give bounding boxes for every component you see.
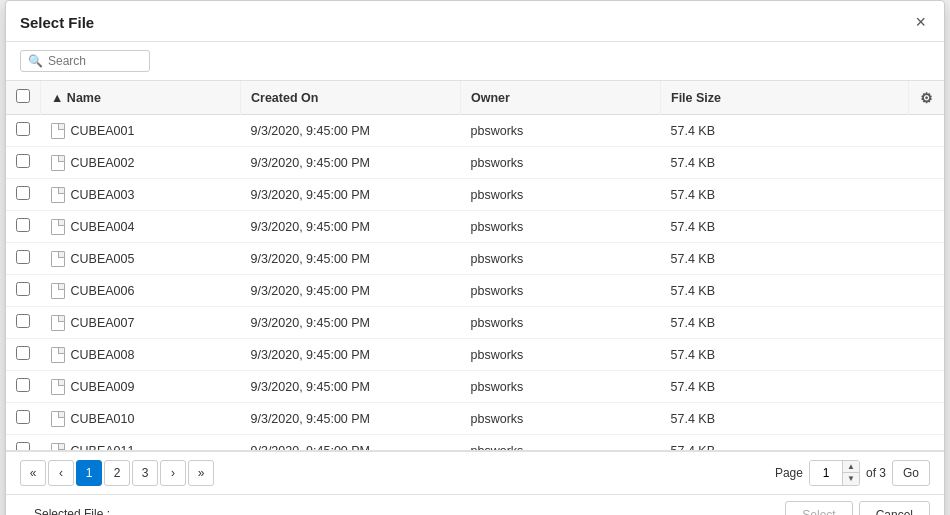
row-empty-cell	[908, 371, 944, 403]
row-checkbox-cell	[6, 115, 41, 147]
file-name: CUBEA011	[71, 444, 135, 452]
row-checkbox[interactable]	[16, 186, 30, 200]
row-owner-cell: pbsworks	[461, 147, 661, 179]
search-bar: 🔍	[6, 42, 944, 81]
row-created-cell: 9/3/2020, 9:45:00 PM	[241, 339, 461, 371]
row-size-cell: 57.4 KB	[661, 307, 909, 339]
page-1-button[interactable]: 1	[76, 460, 102, 486]
row-checkbox[interactable]	[16, 442, 30, 451]
row-empty-cell	[908, 211, 944, 243]
header-created-col[interactable]: Created On	[241, 81, 461, 115]
row-checkbox-cell	[6, 211, 41, 243]
row-name-cell: CUBEA010	[41, 403, 241, 435]
header-name-col[interactable]: ▲ Name	[41, 81, 241, 115]
row-size-cell: 57.4 KB	[661, 371, 909, 403]
file-name: CUBEA009	[71, 380, 135, 394]
table-row: CUBEA005 9/3/2020, 9:45:00 PM pbsworks 5…	[6, 243, 944, 275]
row-checkbox-cell	[6, 371, 41, 403]
row-size-cell: 57.4 KB	[661, 339, 909, 371]
row-owner-cell: pbsworks	[461, 179, 661, 211]
file-icon	[51, 379, 65, 395]
search-icon: 🔍	[28, 54, 43, 68]
select-all-checkbox[interactable]	[16, 89, 30, 103]
row-owner-cell: pbsworks	[461, 275, 661, 307]
row-checkbox[interactable]	[16, 378, 30, 392]
dialog-title: Select File	[20, 14, 94, 31]
row-checkbox-cell	[6, 339, 41, 371]
footer-main: « ‹ 1 2 3 › » Page ▲ ▼ of 3 Go	[20, 460, 930, 486]
row-owner-cell: pbsworks	[461, 211, 661, 243]
row-checkbox-cell	[6, 435, 41, 452]
page-3-button[interactable]: 3	[132, 460, 158, 486]
row-created-cell: 9/3/2020, 9:45:00 PM	[241, 371, 461, 403]
row-checkbox-cell	[6, 275, 41, 307]
row-created-cell: 9/3/2020, 9:45:00 PM	[241, 307, 461, 339]
table-row: CUBEA002 9/3/2020, 9:45:00 PM pbsworks 5…	[6, 147, 944, 179]
page-spinners: ▲ ▼	[842, 461, 859, 485]
table-row: CUBEA010 9/3/2020, 9:45:00 PM pbsworks 5…	[6, 403, 944, 435]
file-name: CUBEA001	[71, 124, 135, 138]
select-button[interactable]: Select	[785, 501, 852, 515]
settings-icon: ⚙	[920, 90, 933, 106]
header-gear-col[interactable]: ⚙	[908, 81, 944, 115]
row-checkbox[interactable]	[16, 122, 30, 136]
row-created-cell: 9/3/2020, 9:45:00 PM	[241, 275, 461, 307]
row-checkbox-cell	[6, 147, 41, 179]
row-empty-cell	[908, 115, 944, 147]
row-checkbox[interactable]	[16, 410, 30, 424]
row-checkbox[interactable]	[16, 314, 30, 328]
file-name: CUBEA004	[71, 220, 135, 234]
pagination: « ‹ 1 2 3 › »	[20, 460, 214, 486]
file-icon	[51, 155, 65, 171]
page-down-button[interactable]: ▼	[843, 473, 859, 485]
last-page-button[interactable]: »	[188, 460, 214, 486]
table-row: CUBEA008 9/3/2020, 9:45:00 PM pbsworks 5…	[6, 339, 944, 371]
page-number-input[interactable]	[810, 461, 842, 485]
file-name: CUBEA002	[71, 156, 135, 170]
row-checkbox[interactable]	[16, 218, 30, 232]
go-button[interactable]: Go	[892, 460, 930, 486]
row-checkbox[interactable]	[16, 154, 30, 168]
action-buttons: Select Cancel	[785, 501, 930, 515]
row-owner-cell: pbsworks	[461, 115, 661, 147]
prev-page-button[interactable]: ‹	[48, 460, 74, 486]
header-size-col[interactable]: File Size	[661, 81, 909, 115]
row-checkbox[interactable]	[16, 250, 30, 264]
row-owner-cell: pbsworks	[461, 243, 661, 275]
header-owner-col[interactable]: Owner	[461, 81, 661, 115]
row-checkbox-cell	[6, 307, 41, 339]
table-row: CUBEA011 9/3/2020, 9:45:00 PM pbsworks 5…	[6, 435, 944, 452]
page-up-button[interactable]: ▲	[843, 461, 859, 473]
file-icon	[51, 443, 65, 452]
page-2-button[interactable]: 2	[104, 460, 130, 486]
row-name-cell: CUBEA001	[41, 115, 241, 147]
row-created-cell: 9/3/2020, 9:45:00 PM	[241, 435, 461, 452]
row-checkbox[interactable]	[16, 282, 30, 296]
row-empty-cell	[908, 243, 944, 275]
file-icon	[51, 251, 65, 267]
row-size-cell: 57.4 KB	[661, 275, 909, 307]
row-size-cell: 57.4 KB	[661, 179, 909, 211]
row-created-cell: 9/3/2020, 9:45:00 PM	[241, 403, 461, 435]
search-input[interactable]	[48, 54, 142, 68]
row-empty-cell	[908, 435, 944, 452]
file-name: CUBEA005	[71, 252, 135, 266]
row-name-cell: CUBEA011	[41, 435, 241, 452]
cancel-button[interactable]: Cancel	[859, 501, 930, 515]
table-row: CUBEA007 9/3/2020, 9:45:00 PM pbsworks 5…	[6, 307, 944, 339]
row-empty-cell	[908, 147, 944, 179]
row-created-cell: 9/3/2020, 9:45:00 PM	[241, 147, 461, 179]
close-button[interactable]: ×	[911, 11, 930, 33]
row-owner-cell: pbsworks	[461, 307, 661, 339]
file-icon	[51, 123, 65, 139]
selected-file-label: Selected File :	[20, 503, 124, 515]
row-checkbox[interactable]	[16, 346, 30, 360]
next-page-button[interactable]: ›	[160, 460, 186, 486]
file-icon	[51, 219, 65, 235]
footer: « ‹ 1 2 3 › » Page ▲ ▼ of 3 Go	[6, 451, 944, 494]
file-table-wrap: ▲ Name Created On Owner File Size ⚙	[6, 81, 944, 451]
file-name: CUBEA007	[71, 316, 135, 330]
sort-arrow-icon: ▲	[51, 91, 63, 105]
first-page-button[interactable]: «	[20, 460, 46, 486]
table-row: CUBEA004 9/3/2020, 9:45:00 PM pbsworks 5…	[6, 211, 944, 243]
